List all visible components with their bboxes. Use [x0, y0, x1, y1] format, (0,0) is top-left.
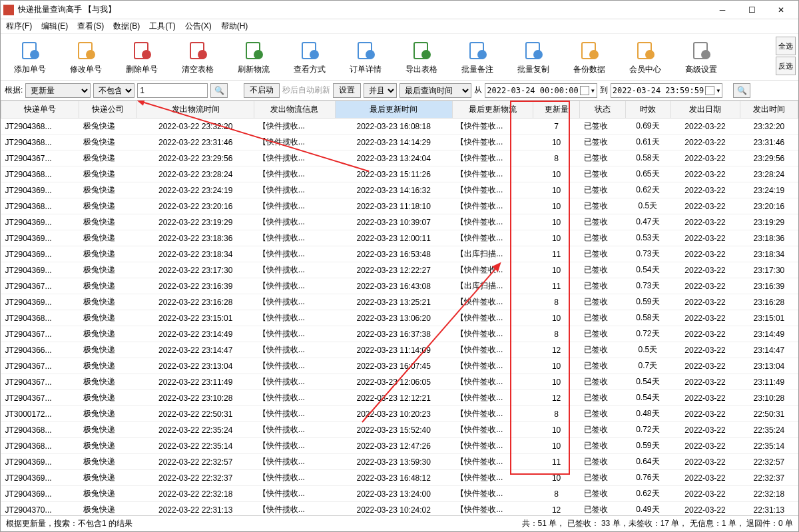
filter-search-button[interactable]: 🔍	[733, 83, 750, 98]
table-row[interactable]: JT2904367...极兔快递2022-03-22 23:11:49【快件揽收…	[1, 374, 798, 390]
toolbar-note-button[interactable]: 批量备注	[452, 37, 503, 77]
cell: 22:31:13	[740, 502, 798, 516]
table-row[interactable]: JT2904368...极兔快递2022-03-22 22:35:24【快件揽收…	[1, 422, 798, 438]
select-all-button[interactable]: 全选	[776, 37, 796, 55]
toolbar-export-button[interactable]: 导出表格	[396, 37, 447, 77]
filter-value-input[interactable]	[137, 83, 208, 98]
cell: 【快件揽收...	[254, 134, 335, 150]
filter-op-select[interactable]: 不包含	[93, 83, 134, 98]
close-button[interactable]: ✕	[766, 1, 796, 19]
cell: 已签收	[580, 150, 626, 166]
filter-field-select[interactable]: 更新量	[25, 83, 91, 98]
table-row[interactable]: JT2904367...极兔快递2022-03-22 23:10:28【快件揽收…	[1, 390, 798, 406]
toolbar-member-button[interactable]: 会员中心	[620, 37, 670, 77]
last-query-select[interactable]: 最后查询时间	[400, 83, 471, 98]
toolbar-settings-button[interactable]: 高级设置	[676, 37, 726, 77]
table-row[interactable]: JT3000172...极兔快递2022-03-22 22:50:31【快件揽收…	[1, 406, 798, 422]
menu-item[interactable]: 工具(T)	[149, 21, 175, 32]
table-row[interactable]: JT2904369...极兔快递2022-03-22 23:18:36【快件揽收…	[1, 230, 798, 246]
cell: 2022-03-22 23:20:16	[137, 198, 254, 214]
toolbar-doc-edit-button[interactable]: 修改单号	[61, 37, 111, 77]
cell: 2022-03-22 23:11:49	[137, 374, 254, 390]
table-row[interactable]: JT2904369...极兔快递2022-03-22 23:24:19【快件揽收…	[1, 182, 798, 198]
and-select[interactable]: 并且	[364, 83, 397, 98]
cell: 23:29:56	[740, 150, 798, 166]
table-row[interactable]: JT2904367...极兔快递2022-03-22 23:29:56【快件揽收…	[1, 150, 798, 166]
no-start-button[interactable]: 不启动	[244, 83, 280, 98]
table-row[interactable]: JT2904368...极兔快递2022-03-22 23:20:16【快件揽收…	[1, 198, 798, 214]
column-header[interactable]: 快递单号	[1, 101, 79, 119]
date-from-input[interactable]: 2022-03-24 00:00:00▾	[485, 83, 597, 98]
toolbar-copy-button[interactable]: 批量复制	[508, 37, 559, 77]
table-row[interactable]: JT2904368...极兔快递2022-03-22 23:15:01【快件揽收…	[1, 310, 798, 326]
toolbar-list-button[interactable]: 订单详情	[340, 37, 391, 77]
svg-point-17	[477, 50, 487, 59]
toolbar-refresh-button[interactable]: 刷新物流	[228, 37, 279, 77]
cell: 已签收	[580, 374, 626, 390]
table-row[interactable]: JT2904367...极兔快递2022-03-22 23:13:04【快件揽收…	[1, 358, 798, 374]
table-row[interactable]: JT2904369...极兔快递2022-03-22 22:32:37【快件揽收…	[1, 470, 798, 486]
menu-item[interactable]: 帮助(H)	[221, 21, 248, 32]
menu-item[interactable]: 编辑(E)	[41, 21, 68, 32]
column-header[interactable]: 最后更新时间	[335, 101, 452, 119]
menu-item[interactable]: 程序(F)	[6, 21, 32, 32]
table-row[interactable]: JT2904369...极兔快递2022-03-22 22:32:18【快件揽收…	[1, 486, 798, 502]
cell: 11	[533, 454, 580, 470]
table-row[interactable]: JT2904367...极兔快递2022-03-22 23:14:49【快件揽收…	[1, 326, 798, 342]
cell: 极兔快递	[79, 119, 137, 134]
column-header[interactable]: 发出物流时间	[137, 101, 254, 119]
table-row[interactable]: JT2904370...极兔快递2022-03-22 22:31:13【快件揽收…	[1, 502, 798, 516]
column-header[interactable]: 更新量	[533, 101, 580, 119]
invert-select-button[interactable]: 反选	[776, 57, 796, 75]
table-row[interactable]: JT2904368...极兔快递2022-03-22 22:35:14【快件揽收…	[1, 438, 798, 454]
cell: 【快件签收...	[452, 502, 533, 516]
cell: 2022-03-23 13:25:21	[335, 294, 452, 310]
doc-plus-icon	[17, 39, 43, 63]
cell: 2022-03-22	[670, 502, 740, 516]
toolbar-doc-plus-button[interactable]: 添加单号	[5, 37, 55, 77]
cell: 2022-03-23 13:06:20	[335, 310, 452, 326]
cell: 2022-03-23 10:20:23	[335, 406, 452, 422]
table-row[interactable]: JT2904369...极兔快递2022-03-22 23:19:29【快件揽收…	[1, 214, 798, 230]
menu-item[interactable]: 公告(X)	[185, 21, 212, 32]
cell: 【快件揽收...	[254, 326, 335, 342]
column-header[interactable]: 时效	[625, 101, 670, 119]
minimize-button[interactable]: ─	[708, 1, 737, 19]
column-header[interactable]: 最后更新物流	[452, 101, 533, 119]
column-header[interactable]: 快递公司	[79, 101, 137, 119]
table-row[interactable]: JT2904368...极兔快递2022-03-22 23:28:24【快件揽收…	[1, 166, 798, 182]
app-icon	[3, 5, 14, 15]
toolbar-label: 添加单号	[14, 64, 46, 75]
menu-item[interactable]: 查看(S)	[77, 21, 104, 32]
column-header[interactable]: 发出时间	[740, 101, 798, 119]
table-row[interactable]: JT2904369...极兔快递2022-03-22 23:17:30【快件揽收…	[1, 262, 798, 278]
table-row[interactable]: JT2904369...极兔快递2022-03-22 23:18:34【快件揽收…	[1, 246, 798, 262]
cell: 0.5天	[625, 198, 670, 214]
table-row[interactable]: JT2904369...极兔快递2022-03-22 23:16:28【快件揽收…	[1, 294, 798, 310]
table-row[interactable]: JT2904369...极兔快递2022-03-22 22:32:57【快件揽收…	[1, 454, 798, 470]
data-table-wrap[interactable]: 快递单号快递公司发出物流时间发出物流信息最后更新时间最后更新物流更新量状态时效发…	[1, 101, 798, 515]
table-row[interactable]: JT2904368...极兔快递2022-03-22 23:31:46【快件揽收…	[1, 134, 798, 150]
table-row[interactable]: JT2904367...极兔快递2022-03-22 23:16:39【快件揽收…	[1, 278, 798, 294]
column-header[interactable]: 状态	[580, 101, 626, 119]
cell: 【快件揽收...	[254, 502, 335, 516]
svg-point-23	[645, 50, 655, 59]
menu-item[interactable]: 数据(B)	[113, 21, 140, 32]
toolbar-clear-button[interactable]: 清空表格	[172, 37, 223, 77]
cell: 已签收	[580, 214, 626, 230]
table-row[interactable]: JT2904368...极兔快递2022-03-22 23:32:20【快件揽收…	[1, 119, 798, 134]
cell: 极兔快递	[79, 342, 137, 358]
maximize-button[interactable]: ☐	[737, 1, 766, 19]
cell: 2022-03-22 23:32:20	[137, 119, 254, 134]
column-header[interactable]: 发出日期	[670, 101, 740, 119]
toolbar-view-button[interactable]: 查看方式	[284, 37, 335, 77]
toolbar-backup-button[interactable]: 备份数据	[564, 37, 615, 77]
settings-button[interactable]: 设置	[333, 83, 361, 98]
toolbar-doc-del-button[interactable]: 删除单号	[117, 37, 167, 77]
search-button[interactable]: 🔍	[210, 83, 228, 98]
date-to-input[interactable]: 2022-03-24 23:59:59▾	[611, 83, 723, 98]
table-row[interactable]: JT2904366...极兔快递2022-03-22 23:14:47【快件揽收…	[1, 342, 798, 358]
column-header[interactable]: 发出物流信息	[254, 101, 335, 119]
cell: 【快件揽收...	[254, 150, 335, 166]
cell: JT2904366...	[1, 342, 79, 358]
